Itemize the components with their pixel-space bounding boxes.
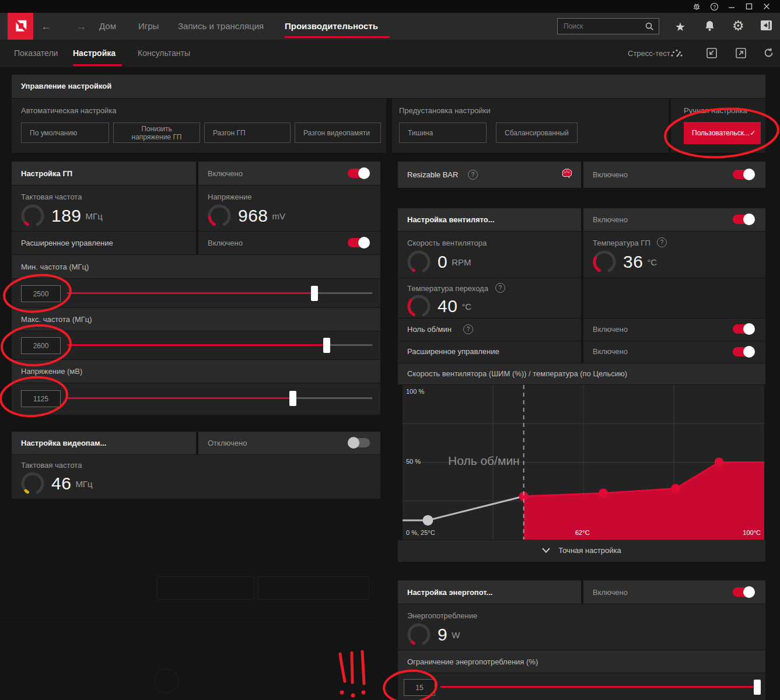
gpu-clock-gauge: 189 МГц [20, 203, 103, 229]
custom-profile-button[interactable]: Пользовательск... ✓ [684, 122, 761, 144]
svg-text:?: ? [713, 4, 716, 9]
power-draw-unit: W [452, 630, 460, 640]
tab-metrics[interactable]: Показатели [14, 40, 58, 67]
vram-tuning-toggle-cell: Отключено [198, 432, 380, 454]
min-frequency-input[interactable]: 2500 [21, 285, 61, 302]
voltage-slider-row: 1125 [12, 383, 380, 415]
reset-icon[interactable] [763, 47, 774, 58]
gpu-temp-cell: Температура ГП ? 36 °C [583, 232, 765, 278]
fan-speed-value: 0 [438, 252, 447, 272]
voltage-input[interactable]: 1125 [21, 390, 61, 407]
vram-tuning-toggle[interactable] [348, 438, 370, 447]
slider-handle[interactable] [754, 680, 761, 695]
gpu-tuning-toggle-cell: Включено [198, 162, 380, 185]
power-tuning-toggle[interactable] [733, 587, 755, 597]
gpu-advanced-toggle-cell: Включено [198, 232, 380, 254]
zero-rpm-label: Ноль об/мин [407, 325, 452, 334]
slider-handle[interactable] [311, 286, 318, 301]
junction-temp-unit: °C [461, 302, 471, 312]
junction-temp-help-icon[interactable]: ? [495, 283, 505, 293]
fan-tuning-toggle[interactable] [733, 215, 755, 224]
max-frequency-input[interactable]: 2600 [21, 337, 61, 354]
slider-handle[interactable] [323, 338, 330, 353]
share-profile-icon[interactable] [735, 47, 747, 59]
gpu-advanced-cell: Расширенное управление [12, 232, 196, 254]
minimize-button[interactable] [723, 0, 740, 13]
fan-advanced-toggle[interactable] [733, 347, 755, 356]
default-button[interactable]: По умолчанию [21, 123, 109, 143]
junction-temp-value: 40 [438, 296, 457, 316]
power-limit-label: Ограничение энергопотребления (%) [407, 657, 538, 666]
vram-clock-label: Тактовая частота [21, 461, 82, 470]
back-arrow-icon[interactable]: ← [41, 13, 51, 40]
search-box[interactable] [557, 18, 659, 34]
gpu-temp-help-icon[interactable]: ? [657, 237, 667, 247]
balanced-preset-button[interactable]: Сбалансированный [496, 123, 578, 143]
y-label-50: 50 % [406, 458, 421, 465]
tuning-control-panel: Управление настройкой Автоматическая нас… [12, 75, 765, 153]
maximize-button[interactable] [740, 0, 758, 13]
ghost-scroll-top-button [154, 668, 179, 693]
gpu-voltage-gauge: 968 mV [207, 203, 285, 229]
overclock-gpu-button[interactable]: Разгон ГП [204, 123, 291, 143]
tab-tuning[interactable]: Настройка [73, 40, 116, 67]
min-frequency-slider[interactable] [67, 285, 372, 301]
quiet-preset-button[interactable]: Тишина [399, 123, 487, 143]
gpu-advanced-label: Расширенное управление [21, 239, 113, 247]
fan-tuning-toggle-cell: Включено [583, 208, 765, 231]
gpu-temp-unit: °C [647, 257, 657, 267]
nav-home[interactable]: Дом [99, 13, 116, 40]
nav-record-stream[interactable]: Запись и трансляция [178, 13, 264, 40]
chevron-down-icon [542, 548, 550, 553]
overclock-vram-button[interactable]: Разгон видеопамяти [295, 123, 381, 143]
undervolt-gpu-button[interactable]: Понизить напряжение ГП [113, 123, 200, 143]
titlebar[interactable]: ? [0, 0, 780, 13]
fine-tuning-row[interactable]: Точная настройка [398, 540, 765, 562]
vram-clock-cell: Тактовая частота 46 МГц [12, 455, 380, 499]
fan-advanced-cell: Расширенное управление [398, 341, 581, 363]
max-frequency-slider[interactable] [67, 337, 372, 353]
gpu-voltage-cell: Напряжение 968 mV [198, 186, 380, 231]
resizable-bar-toggle[interactable] [733, 170, 755, 179]
search-input[interactable] [562, 22, 645, 31]
settings-gear-icon[interactable]: ⚙ [732, 18, 744, 33]
resizable-bar-title: Resizable BAR [407, 170, 458, 179]
help-icon[interactable]: ? [705, 0, 723, 13]
fan-speed-unit: RPM [452, 257, 471, 267]
fan-tuning-panel: Настройка вентилято... Включено Скорость… [398, 208, 765, 562]
stress-test-label[interactable]: Стресс-тест [628, 49, 670, 58]
power-limit-slider[interactable] [440, 679, 757, 695]
notifications-bell-icon[interactable] [704, 20, 715, 32]
gpu-tuning-toggle[interactable] [348, 169, 370, 178]
resizable-bar-help-icon[interactable]: ? [468, 170, 478, 180]
close-button[interactable] [758, 0, 775, 13]
amd-logo[interactable] [8, 13, 33, 40]
tuning-control-title: Управление настройкой [21, 82, 111, 90]
fan-tuning-title: Настройка вентилято... [407, 215, 495, 224]
zero-rpm-annotation: Ноль об/мин [448, 454, 520, 468]
fan-advanced-status: Включено [593, 347, 628, 356]
dock-panel-icon[interactable] [760, 20, 772, 31]
gpu-tuning-title: Настройка ГП [21, 169, 72, 178]
tab-advisors[interactable]: Консультанты [138, 40, 190, 67]
forward-arrow-icon[interactable]: → [76, 13, 86, 40]
nav-games[interactable]: Игры [138, 13, 159, 40]
bug-report-icon[interactable] [688, 0, 705, 13]
zero-rpm-toggle[interactable] [733, 324, 755, 334]
auto-tuning-block: Автоматическая настройка По умолчанию По… [12, 99, 386, 153]
junction-temp-gauge: 40 °C [406, 293, 471, 319]
gpu-advanced-toggle[interactable] [348, 238, 370, 247]
x-label-left: 0 %, 25°C [406, 529, 435, 536]
voltage-slider[interactable] [67, 390, 372, 406]
ghost-button [157, 576, 254, 600]
favorites-star-icon[interactable]: ★ [675, 20, 685, 34]
zero-rpm-help-icon[interactable]: ? [463, 324, 473, 334]
slider-handle[interactable] [289, 391, 296, 406]
x-label-mid: 62°C [575, 529, 590, 536]
gpu-tuning-panel: Настройка ГП Включено Тактовая частота 1… [12, 162, 380, 415]
zero-rpm-toggle-cell: Включено [583, 318, 765, 341]
load-profile-icon[interactable] [706, 47, 718, 59]
power-limit-input[interactable]: 15 [404, 679, 435, 696]
max-frequency-label: Макс. частота (МГц) [21, 315, 92, 324]
stress-test-gauge-icon[interactable] [670, 47, 684, 59]
